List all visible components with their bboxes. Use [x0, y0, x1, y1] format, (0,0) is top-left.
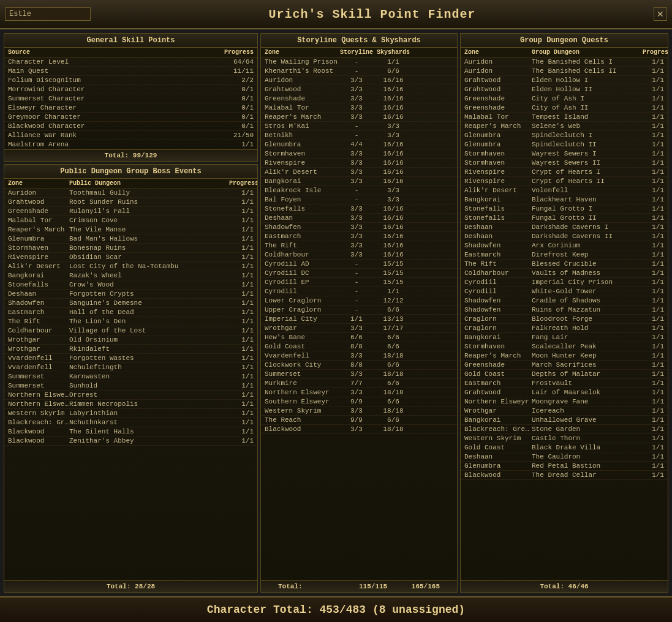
gd-zone: Grahtwood — [464, 389, 532, 396]
sq-storyline: 3/3 — [338, 233, 375, 240]
gd-progress: 1/1 — [643, 462, 664, 470]
gd-zone: Alik'r Desert — [464, 187, 532, 194]
sq-skyshards: 15/15 — [375, 279, 412, 286]
pd-zone: Blackreach: Greymoor C — [8, 419, 69, 426]
table-row: RivenspireCrypt of Hearts II1/1 — [461, 177, 668, 186]
gd-col-zone: Zone — [464, 49, 532, 56]
gd-zone: Rivenspire — [464, 168, 532, 176]
table-row: Betnikh-3/3 — [261, 131, 457, 140]
sq-zone: Khenarthi's Roost — [265, 67, 338, 75]
table-row: SummersetKarnwasten1/1 — [4, 372, 257, 381]
sq-storyline: - — [338, 269, 375, 277]
table-row: The RiftBlessed Crucible1/1 — [461, 260, 668, 269]
table-row: Character Level64/64 — [4, 58, 257, 67]
gd-zone: Stonefalls — [464, 205, 532, 212]
close-button[interactable]: ✕ — [654, 7, 667, 21]
gd-dungeon: Direfrost Keep — [532, 251, 643, 258]
sq-skyshards: 18/18 — [375, 425, 412, 433]
pd-progress: 1/1 — [229, 244, 254, 252]
public-dungeon-panel: Public Dungeon Group Boss Events Zone Pu… — [4, 164, 258, 593]
table-row: GrahtwoodLair of Maarselok1/1 — [461, 388, 668, 397]
pd-dungeon: Obsidian Scar — [69, 253, 229, 261]
gd-dungeon: The Banished Cells II — [532, 67, 643, 75]
pd-zone: Greenshade — [8, 208, 69, 215]
table-row: Blackreach: Greymoor CNchuthnkarst1/1 — [4, 418, 257, 427]
gd-progress: 1/1 — [643, 122, 664, 130]
sq-rows: The Wailing Prison-1/1Khenarthi's Roost-… — [261, 58, 457, 580]
sq-skyshards: 16/16 — [375, 205, 412, 212]
table-row: ShadowfenCradle of Shadows1/1 — [461, 296, 668, 305]
gd-dungeon: Spindleclutch I — [532, 132, 643, 139]
gd-progress: 1/1 — [643, 233, 664, 240]
pd-dungeon: Old Orsinium — [69, 336, 229, 343]
gd-zone: Gold Coast — [464, 444, 532, 451]
gsp-source: Elsweyr Character — [8, 104, 223, 111]
table-row: BlackwoodThe Silent Halls1/1 — [4, 427, 257, 437]
table-row: WrothgarIcereach1/1 — [461, 407, 668, 416]
sq-skyshards: 3/3 — [375, 187, 412, 194]
table-row: Elsweyr Character0/1 — [4, 103, 257, 113]
gd-dungeon: Darkshade Caverns I — [532, 223, 643, 231]
pd-progress: 1/1 — [229, 189, 254, 197]
gd-progress: 1/1 — [643, 352, 664, 359]
sq-zone: Upper Craglorn — [265, 306, 338, 313]
gd-progress: 1/1 — [643, 205, 664, 212]
gsp-source: Main Quest — [8, 67, 223, 75]
sq-zone: The Rift — [265, 242, 338, 249]
table-row: GlenumbraBad Man's Hallows1/1 — [4, 234, 257, 244]
sq-zone: Bal Foyen — [265, 196, 338, 203]
pd-dungeon: The Lion's Den — [69, 318, 229, 325]
gd-dungeon: Darkshade Caverns II — [532, 233, 643, 240]
table-row: Summerset3/318/18 — [261, 370, 457, 379]
gd-progress: 1/1 — [643, 315, 664, 323]
gd-progress: 1/1 — [643, 159, 664, 167]
pd-progress: 1/1 — [229, 217, 254, 224]
character-dropdown[interactable]: Estle — [5, 7, 91, 21]
gd-progress: 1/1 — [643, 104, 664, 111]
gd-dungeon: Crypt of Hearts I — [532, 168, 643, 176]
gd-zone: Shadowfen — [464, 242, 532, 249]
table-row: CyrodiilWhite-Gold Tower1/1 — [461, 287, 668, 296]
table-row: Northern ElsweyrMoongrave Fane1/1 — [461, 397, 668, 407]
table-row: Malabal TorCrimson Cove1/1 — [4, 216, 257, 225]
gd-dungeon: Unhallowed Grave — [532, 416, 643, 424]
table-row: Northern ElsweyrRimmen Necropolis1/1 — [4, 400, 257, 409]
sq-storyline: - — [338, 196, 375, 203]
sq-zone: Lower Craglorn — [265, 297, 338, 304]
gd-progress: 1/1 — [643, 334, 664, 341]
gd-zone: Grahtwood — [464, 86, 532, 93]
table-row: EastmarchFrostvault1/1 — [461, 379, 668, 388]
table-row: VvardenfellNchuleftingth1/1 — [4, 363, 257, 372]
gd-zone: Stormhaven — [464, 343, 532, 350]
sq-storyline: 9/9 — [338, 398, 375, 405]
table-row: Reaper's MarchSelene's Web1/1 — [461, 122, 668, 131]
sq-skyshards: 18/18 — [375, 370, 412, 378]
title-bar: Estle Urich's Skill Point Finder ✕ — [0, 0, 672, 29]
sq-skyshards: 18/18 — [375, 352, 412, 359]
gd-dungeon: Fungal Grotto I — [532, 205, 643, 212]
gd-progress: 1/1 — [643, 187, 664, 194]
sq-zone: Cyrodiil DC — [265, 269, 338, 277]
sq-zone: The Reach — [265, 416, 338, 424]
pd-progress: 1/1 — [229, 373, 254, 380]
pd-progress: 1/1 — [229, 364, 254, 371]
sq-skyshards: 16/16 — [375, 141, 412, 148]
sq-zone: Southern Elsweyr — [265, 398, 338, 405]
gd-zone: Bangkorai — [464, 196, 532, 203]
sq-skyshards: 1/1 — [375, 58, 412, 66]
table-row: GreenshadeRulanyil's Fall1/1 — [4, 207, 257, 216]
sq-zone: Deshaan — [265, 214, 338, 222]
gd-dungeon: Fang Lair — [532, 334, 643, 341]
sq-zone: Betnikh — [265, 132, 338, 139]
gd-dungeon: Elden Hollow II — [532, 86, 643, 93]
table-row: EastmarchHall of the Dead1/1 — [4, 308, 257, 317]
sq-zone: Cyrodiil — [265, 288, 338, 295]
table-row: GrahtwoodElden Hollow II1/1 — [461, 85, 668, 94]
gd-header: Group Dungeon Quests — [461, 34, 668, 48]
sq-col-storyline: Storyline — [338, 49, 375, 56]
sq-zone: Summerset — [265, 370, 338, 378]
gd-zone: Craglorn — [464, 315, 532, 323]
table-row: Northern Elsweyr3/318/18 — [261, 388, 457, 397]
gd-zone: Cyrodiil — [464, 288, 532, 295]
gd-dungeon: Selene's Web — [532, 122, 643, 130]
